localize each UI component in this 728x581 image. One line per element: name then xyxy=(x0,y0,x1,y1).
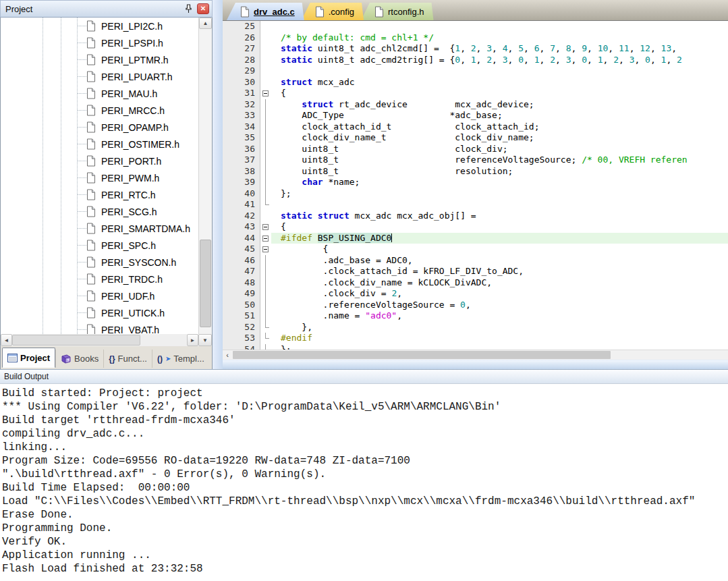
tree-item[interactable]: PERI_SYSCON.h xyxy=(1,254,198,271)
code-text[interactable]: .clock_attach_id = kFRO_LF_DIV_to_ADC, xyxy=(271,266,728,277)
code-line-48[interactable]: 48 .clock_div_name = kCLOCK_DivADC, xyxy=(223,277,728,289)
editor-tab-drv_adc.c[interactable]: drv_adc.c xyxy=(227,3,304,20)
code-text[interactable]: { xyxy=(271,221,728,233)
code-text[interactable] xyxy=(271,199,728,211)
tree-item[interactable]: PERI_RTC.h xyxy=(1,186,198,203)
editor-tab-rtconfig.h[interactable]: rtconfig.h xyxy=(361,3,433,20)
horizontal-scroll-track[interactable] xyxy=(12,334,187,346)
code-area[interactable]: 2526/* by default: cmd = chl+1 */27stati… xyxy=(223,21,728,350)
code-line-43[interactable]: 43{ xyxy=(223,221,728,233)
code-line-54[interactable]: 54}; xyxy=(223,344,728,350)
panel-tab-books[interactable]: ?Books xyxy=(55,350,103,368)
code-line-53[interactable]: 53#endif xyxy=(223,333,728,344)
code-line-50[interactable]: 50 .referenceVoltageSource = 0, xyxy=(223,300,728,311)
tree-item[interactable]: PERI_OPAMP.h xyxy=(1,119,198,136)
code-text[interactable]: .referenceVoltageSource = 0, xyxy=(271,300,728,311)
tree-item[interactable]: PERI_LPSPI.h xyxy=(1,34,198,51)
code-text[interactable]: .clock_div_name = kCLOCK_DivADC, xyxy=(271,277,728,289)
tree-item[interactable]: PERI_PWM.h xyxy=(1,169,198,186)
fold-collapse-icon[interactable] xyxy=(262,224,269,230)
code-text[interactable]: }; xyxy=(271,188,728,200)
tree-item[interactable]: PERI_UDF.h xyxy=(1,287,198,304)
close-icon[interactable]: ✕ xyxy=(197,3,209,14)
code-text[interactable]: #ifdef BSP_USING_ADC0 xyxy=(271,233,728,244)
code-text[interactable]: static struct mcx_adc mcx_adc_obj[] = xyxy=(271,211,728,222)
tree-item[interactable]: PERI_LPUART.h xyxy=(1,68,198,85)
code-line-38[interactable]: 38 uint8_t resolution; xyxy=(223,166,728,177)
scroll-right-button[interactable]: ► xyxy=(187,334,198,346)
code-line-27[interactable]: 27static uint8_t adc_chl2cmd[] = {1, 2, … xyxy=(223,43,728,55)
editor-scroll-track[interactable] xyxy=(232,350,728,360)
build-output-log[interactable]: Build started: Project: project*** Using… xyxy=(0,384,728,581)
fold-column[interactable] xyxy=(260,221,271,233)
code-line-33[interactable]: 33 ADC_Type *adc_base; xyxy=(223,110,728,121)
code-text[interactable]: { xyxy=(271,244,728,255)
scroll-down-button[interactable]: ▼ xyxy=(198,334,212,346)
scroll-up-button[interactable]: ▲ xyxy=(199,18,212,29)
tree-item[interactable]: PERI_TRDC.h xyxy=(1,271,198,287)
tree-item[interactable]: PERI_VBAT.h xyxy=(1,321,198,334)
code-text[interactable]: uint8_t referenceVoltageSource; /* 00, V… xyxy=(271,155,728,166)
code-text[interactable]: ADC_Type *adc_base; xyxy=(271,110,728,121)
code-line-31[interactable]: 31{ xyxy=(223,88,728,99)
code-text[interactable]: struct mcx_adc xyxy=(271,77,728,88)
code-line-25[interactable]: 25 xyxy=(223,21,728,32)
fold-column[interactable] xyxy=(260,233,271,244)
panel-tab-funct[interactable]: {}Funct... xyxy=(103,350,152,368)
code-line-49[interactable]: 49 .clock_div = 2, xyxy=(223,288,728,300)
editor-scroll-thumb[interactable] xyxy=(233,351,611,359)
code-text[interactable]: struct rt_adc_device mcx_adc_device; xyxy=(271,99,728,111)
code-line-30[interactable]: 30struct mcx_adc xyxy=(223,77,728,88)
tree-item[interactable]: PERI_PORT.h xyxy=(1,153,198,169)
code-text[interactable]: static uint8_t adc_chl2cmd[] = {1, 2, 3,… xyxy=(271,43,728,55)
project-tree-horizontal-scrollbar[interactable]: ◄ ► ▼ xyxy=(0,334,213,346)
horizontal-splitter[interactable] xyxy=(223,360,728,369)
code-line-52[interactable]: 52 }, xyxy=(223,322,728,333)
code-text[interactable]: }; xyxy=(271,344,728,350)
panel-tab-project[interactable]: Project xyxy=(2,348,55,368)
project-tree-vertical-scrollbar[interactable]: ▲ xyxy=(198,18,212,334)
code-text[interactable]: uint8_t resolution; xyxy=(271,166,728,177)
code-text[interactable]: .adc_base = ADC0, xyxy=(271,255,728,267)
code-line-26[interactable]: 26/* by default: cmd = chl+1 */ xyxy=(223,32,728,44)
code-line-46[interactable]: 46 .adc_base = ADC0, xyxy=(223,255,728,267)
code-line-35[interactable]: 35 clock_div_name_t clock_div_name; xyxy=(223,132,728,144)
code-text[interactable]: #endif xyxy=(271,333,728,344)
panel-tab-templ[interactable]: ()➤Templ... xyxy=(152,350,209,368)
code-text[interactable]: .name = "adc0", xyxy=(271,310,728,322)
code-line-32[interactable]: 32 struct rt_adc_device mcx_adc_device; xyxy=(223,99,728,111)
tree-item[interactable]: PERI_SCG.h xyxy=(1,203,198,220)
tree-item[interactable]: PERI_UTICK.h xyxy=(1,304,198,321)
fold-column[interactable] xyxy=(260,244,271,255)
code-line-36[interactable]: 36 uint8_t clock_div; xyxy=(223,144,728,155)
code-line-34[interactable]: 34 clock_attach_id_t clock_attach_id; xyxy=(223,121,728,133)
code-line-39[interactable]: 39 char *name; xyxy=(223,177,728,188)
code-text[interactable] xyxy=(271,21,728,32)
editor-horizontal-scrollbar[interactable]: ‹ xyxy=(223,350,728,360)
vertical-splitter[interactable] xyxy=(213,0,223,369)
project-tree[interactable]: PERI_LPI2C.hPERI_LPSPI.hPERI_LPTMR.hPERI… xyxy=(1,18,198,334)
code-line-29[interactable]: 29 xyxy=(223,65,728,77)
code-text[interactable]: char *name; xyxy=(271,177,728,188)
pin-icon[interactable] xyxy=(182,3,194,15)
code-line-28[interactable]: 28static uint8_t adc_cmd2trig[] = {0, 1,… xyxy=(223,55,728,66)
fold-column[interactable] xyxy=(260,88,271,99)
code-text[interactable]: clock_div_name_t clock_div_name; xyxy=(271,132,728,144)
scroll-left-button[interactable]: ◄ xyxy=(1,334,12,346)
editor-tab-.config[interactable]: .config xyxy=(302,3,364,20)
fold-collapse-icon[interactable] xyxy=(262,246,269,252)
tree-item[interactable]: PERI_MRCC.h xyxy=(1,102,198,119)
tree-item[interactable]: PERI_OSTIMER.h xyxy=(1,136,198,153)
code-line-40[interactable]: 40}; xyxy=(223,188,728,200)
code-line-44[interactable]: 44#ifdef BSP_USING_ADC0 xyxy=(223,233,728,244)
code-text[interactable]: clock_attach_id_t clock_attach_id; xyxy=(271,121,728,133)
code-line-45[interactable]: 45 { xyxy=(223,244,728,255)
code-line-37[interactable]: 37 uint8_t referenceVoltageSource; /* 00… xyxy=(223,155,728,166)
code-text[interactable]: }, xyxy=(271,322,728,333)
editor-scroll-left-button[interactable]: ‹ xyxy=(223,350,232,360)
fold-collapse-icon[interactable] xyxy=(262,236,269,242)
tree-item[interactable]: PERI_LPI2C.h xyxy=(1,18,198,34)
code-text[interactable] xyxy=(271,65,728,77)
code-line-51[interactable]: 51 .name = "adc0", xyxy=(223,310,728,322)
code-line-41[interactable]: 41 xyxy=(223,199,728,211)
